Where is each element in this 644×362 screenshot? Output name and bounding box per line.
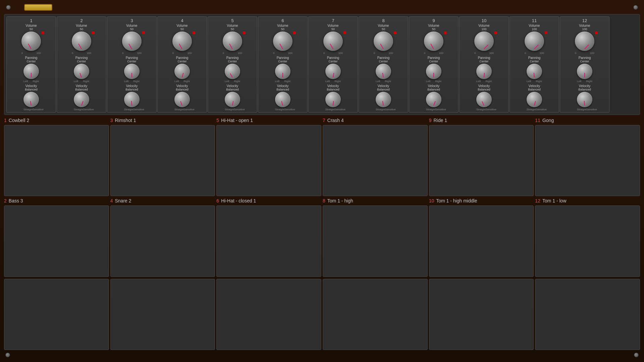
pad-box-0[interactable] xyxy=(4,279,109,350)
vol-knob-wrapper-1[interactable] xyxy=(21,32,41,51)
pan-knob-wrapper-2[interactable] xyxy=(74,64,89,79)
vol-knob-2[interactable] xyxy=(72,32,91,51)
vel-knob-8[interactable] xyxy=(376,92,391,107)
pad-box-9[interactable] xyxy=(429,125,534,196)
pan-knob-6[interactable] xyxy=(275,64,290,79)
pan-knob-wrapper-7[interactable] xyxy=(325,64,341,79)
pan-knob-2[interactable] xyxy=(74,64,89,79)
pan-knob-1[interactable] xyxy=(23,64,39,79)
pan-knob-wrapper-11[interactable] xyxy=(527,64,542,79)
pad-num-11: 11 xyxy=(535,118,540,123)
pan-knob-wrapper-10[interactable] xyxy=(476,64,492,79)
vol-knob-wrapper-12[interactable] xyxy=(575,32,594,51)
vol-value-7: 50 xyxy=(331,27,335,31)
vol-knob-5[interactable] xyxy=(223,32,242,51)
pan-knob-8[interactable] xyxy=(376,64,391,79)
vel-knob-7[interactable] xyxy=(325,92,341,107)
vel-knob-wrapper-10[interactable] xyxy=(476,92,492,107)
vol-knob-7[interactable] xyxy=(323,32,343,51)
vol-indicator-5 xyxy=(229,44,233,49)
pad-box-4[interactable] xyxy=(110,205,215,277)
vel-knob-1[interactable] xyxy=(23,92,39,107)
vel-knob-wrapper-1[interactable] xyxy=(23,92,39,107)
vel-knob-wrapper-3[interactable] xyxy=(124,92,140,107)
vol-knob-8[interactable] xyxy=(374,32,393,51)
vel-knob-wrapper-2[interactable] xyxy=(74,92,89,107)
pan-knob-12[interactable] xyxy=(577,64,592,79)
vel-knob-wrapper-4[interactable] xyxy=(174,92,190,107)
vol-range-8: 0100 xyxy=(374,52,393,55)
vol-knob-wrapper-5[interactable] xyxy=(223,32,242,51)
vol-knob-wrapper-10[interactable] xyxy=(474,32,494,51)
pan-knob-wrapper-9[interactable] xyxy=(426,64,441,79)
vel-knob-2[interactable] xyxy=(74,92,89,107)
vel-knob-wrapper-12[interactable] xyxy=(577,92,592,107)
vol-knob-wrapper-7[interactable] xyxy=(323,32,343,51)
pad-box-3[interactable] xyxy=(323,279,428,350)
vol-knob-wrapper-3[interactable] xyxy=(122,32,142,51)
vel-knob-12[interactable] xyxy=(577,92,592,107)
pan-knob-wrapper-4[interactable] xyxy=(174,64,190,79)
vel-knob-5[interactable] xyxy=(225,92,240,107)
vel-knob-wrapper-5[interactable] xyxy=(225,92,240,107)
pan-knob-9[interactable] xyxy=(426,64,441,79)
pan-knob-3[interactable] xyxy=(124,64,140,79)
vol-knob-wrapper-8[interactable] xyxy=(374,32,393,51)
vol-knob-10[interactable] xyxy=(474,32,494,51)
vol-indicator-3 xyxy=(128,44,132,49)
vel-knob-wrapper-7[interactable] xyxy=(325,92,341,107)
vel-knob-wrapper-6[interactable] xyxy=(275,92,290,107)
pan-knob-7[interactable] xyxy=(325,64,341,79)
pad-box-2[interactable] xyxy=(4,205,109,277)
pan-knob-wrapper-1[interactable] xyxy=(23,64,39,79)
pad-box-2[interactable] xyxy=(216,279,321,350)
vel-knob-9[interactable] xyxy=(426,92,441,107)
vol-knob-1[interactable] xyxy=(21,32,41,51)
pad-box-12[interactable] xyxy=(535,205,640,277)
pan-knob-wrapper-8[interactable] xyxy=(376,64,391,79)
vol-knob-wrapper-2[interactable] xyxy=(72,32,91,51)
vol-knob-wrapper-4[interactable] xyxy=(172,32,192,51)
pan-knob-4[interactable] xyxy=(174,64,190,79)
vel-knob-4[interactable] xyxy=(174,92,190,107)
vel-knob-11[interactable] xyxy=(527,92,542,107)
vel-value-7: Balanced xyxy=(327,88,339,91)
pad-box-5[interactable] xyxy=(216,125,321,196)
pad-box-1[interactable] xyxy=(110,279,215,350)
vol-knob-12[interactable] xyxy=(575,32,594,51)
pan-knob-11[interactable] xyxy=(527,64,542,79)
pan-indicator-8 xyxy=(382,73,384,77)
pad-box-5[interactable] xyxy=(535,279,640,350)
vol-knob-4[interactable] xyxy=(172,32,192,51)
pan-knob-wrapper-12[interactable] xyxy=(577,64,592,79)
vel-knob-wrapper-11[interactable] xyxy=(527,92,542,107)
pad-box-10[interactable] xyxy=(429,205,534,277)
vol-knob-3[interactable] xyxy=(122,32,142,51)
vol-knob-wrapper-6[interactable] xyxy=(273,32,292,51)
pad-box-1[interactable] xyxy=(4,125,109,196)
pan-knob-wrapper-6[interactable] xyxy=(275,64,290,79)
vol-knob-wrapper-11[interactable] xyxy=(525,32,544,51)
pad-box-4[interactable] xyxy=(429,279,534,350)
vol-knob-6[interactable] xyxy=(273,32,292,51)
vel-knob-10[interactable] xyxy=(476,92,492,107)
pan-knob-5[interactable] xyxy=(225,64,240,79)
vel-knob-3[interactable] xyxy=(124,92,140,107)
vel-knob-6[interactable] xyxy=(275,92,290,107)
pad-box-11[interactable] xyxy=(535,125,640,196)
vel-range-1: StraightSensitive xyxy=(23,108,39,111)
pad-box-3[interactable] xyxy=(110,125,215,196)
vol-knob-9[interactable] xyxy=(424,32,443,51)
pan-knob-wrapper-3[interactable] xyxy=(124,64,140,79)
pad-box-7[interactable] xyxy=(323,125,428,196)
pan-knob-wrapper-5[interactable] xyxy=(225,64,240,79)
vol-knob-11[interactable] xyxy=(525,32,544,51)
pan-knob-10[interactable] xyxy=(476,64,492,79)
pad-box-8[interactable] xyxy=(323,205,428,277)
vol-knob-wrapper-9[interactable] xyxy=(424,32,443,51)
pad-box-6[interactable] xyxy=(216,205,321,277)
vel-knob-wrapper-8[interactable] xyxy=(376,92,391,107)
vel-knob-wrapper-9[interactable] xyxy=(426,92,441,107)
preset-banner[interactable] xyxy=(24,4,52,11)
corner-screw-tr xyxy=(633,5,638,10)
